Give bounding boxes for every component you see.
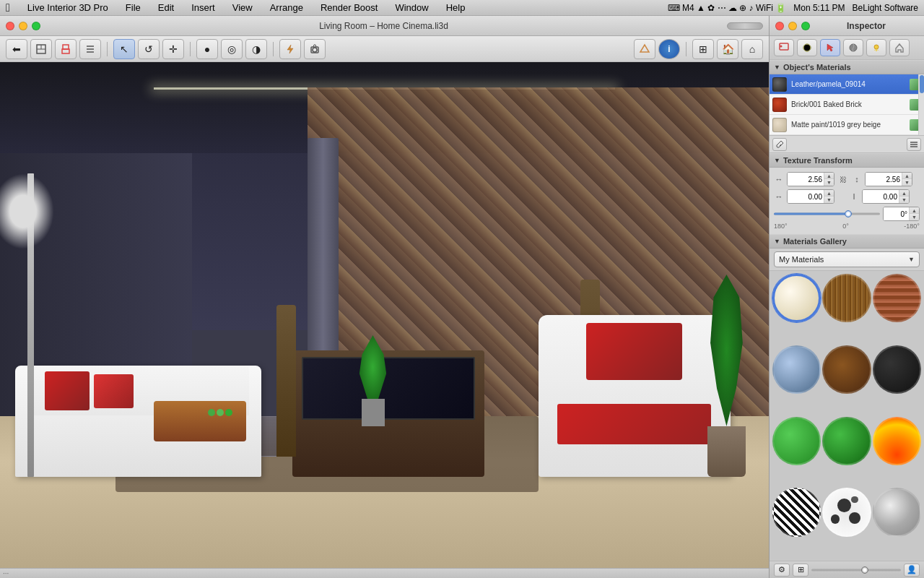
- close-button[interactable]: [6, 22, 14, 30]
- gallery-item-dark[interactable]: [873, 345, 921, 394]
- gallery-slider-thumb[interactable]: [861, 566, 868, 574]
- rotation-up[interactable]: ▲: [910, 207, 919, 214]
- gallery-item-brick[interactable]: [873, 274, 921, 322]
- offset-x-input[interactable]: [788, 190, 824, 203]
- list-button[interactable]: [79, 39, 101, 59]
- window-resize[interactable]: [727, 22, 763, 30]
- width-input-group: ▲ ▼: [787, 172, 834, 186]
- eyedropper-button[interactable]: [772, 138, 787, 151]
- sphere-tool[interactable]: ●: [196, 39, 218, 59]
- offset-y-down[interactable]: ▼: [899, 197, 909, 203]
- width-up[interactable]: ▲: [824, 173, 834, 179]
- gallery-item-wood2[interactable]: [822, 345, 871, 394]
- material-swatch-1: [772, 98, 787, 112]
- gallery-person-button[interactable]: 👤: [904, 564, 920, 577]
- gallery-settings-button[interactable]: ⚙: [774, 564, 790, 577]
- inspector-max[interactable]: [801, 22, 810, 30]
- inspector-titlebar: Inspector: [770, 16, 924, 36]
- 3d-view-button[interactable]: [634, 39, 655, 59]
- material-item-1[interactable]: Brick/001 Baked Brick: [770, 95, 924, 115]
- tab-light[interactable]: [866, 39, 886, 56]
- menu-app[interactable]: Live Interior 3D Pro: [25, 1, 111, 14]
- rotation-thumb[interactable]: [845, 210, 852, 217]
- gallery-dropdown-chevron: ▼: [908, 256, 915, 263]
- gallery-item-green2[interactable]: [822, 417, 871, 465]
- gallery-item-spots[interactable]: [822, 488, 871, 536]
- menu-edit[interactable]: Edit: [155, 1, 177, 14]
- gallery-item-cream[interactable]: [772, 274, 821, 322]
- minimize-button[interactable]: [19, 22, 27, 30]
- menu-insert[interactable]: Insert: [188, 1, 218, 14]
- height-up[interactable]: ▲: [902, 173, 912, 179]
- floorplan-button[interactable]: [30, 39, 52, 59]
- sep2: [190, 42, 191, 56]
- rotation-input[interactable]: [884, 207, 909, 220]
- apple-menu[interactable]: : [6, 1, 10, 14]
- scene-area[interactable]: [0, 62, 769, 568]
- offset-x-down[interactable]: ▼: [824, 197, 834, 203]
- tab-sphere[interactable]: [797, 39, 817, 56]
- height-down[interactable]: ▼: [902, 179, 912, 186]
- half-tool[interactable]: ◑: [245, 39, 267, 59]
- gallery-size-slider[interactable]: [811, 565, 901, 575]
- menu-arrange[interactable]: Arrange: [267, 1, 306, 14]
- donut-tool[interactable]: ◎: [221, 39, 243, 59]
- menu-window[interactable]: Window: [392, 1, 431, 14]
- house-button[interactable]: 🏠: [717, 39, 738, 59]
- tab-cursor[interactable]: [820, 39, 840, 56]
- info-button[interactable]: i: [658, 39, 680, 59]
- fruit1: [208, 409, 215, 416]
- material-name-0: Leather/pamela_09014: [791, 80, 905, 88]
- menu-file[interactable]: File: [123, 1, 144, 14]
- materials-scroll-thumb[interactable]: [920, 75, 924, 93]
- inspector-close[interactable]: [775, 22, 784, 30]
- rotation-down[interactable]: ▼: [910, 214, 919, 220]
- rotation-track: [774, 213, 880, 215]
- select-tool[interactable]: ↖: [113, 39, 135, 59]
- camera-button[interactable]: [304, 39, 326, 59]
- material-item-2[interactable]: Matte paint/1019 grey beige: [770, 115, 924, 135]
- gallery-item-metal[interactable]: [873, 488, 921, 536]
- rotation-max-label: -180°: [904, 223, 920, 230]
- lightning-button[interactable]: [279, 39, 301, 59]
- inspector-min[interactable]: [788, 22, 797, 30]
- home-button[interactable]: ⌂: [741, 39, 763, 59]
- link-icon[interactable]: ⛓: [837, 173, 849, 185]
- gallery-item-water[interactable]: [772, 345, 821, 394]
- menu-render[interactable]: Render Boost: [318, 1, 381, 14]
- tab-paintbrush[interactable]: [774, 39, 794, 56]
- menu-help[interactable]: Help: [443, 1, 468, 14]
- fruits: [208, 409, 232, 416]
- offset-y-stepper: ▲ ▼: [899, 190, 909, 203]
- width-down[interactable]: ▼: [824, 179, 834, 186]
- gallery-item-green[interactable]: [772, 417, 821, 465]
- maximize-button[interactable]: [32, 22, 40, 30]
- print-button[interactable]: [55, 39, 77, 59]
- inspector-traffic-lights: [775, 22, 810, 30]
- materials-scrollbar[interactable]: [918, 74, 924, 135]
- menu-view[interactable]: View: [230, 1, 256, 14]
- rotate-tool[interactable]: ↺: [138, 39, 160, 59]
- grid-button[interactable]: ⊞: [692, 39, 714, 59]
- tab-house[interactable]: [889, 39, 910, 56]
- back-button[interactable]: ⬅: [6, 39, 27, 59]
- offset-x-up[interactable]: ▲: [824, 190, 834, 197]
- move-tool[interactable]: ✛: [162, 39, 184, 59]
- gallery-item-wood1[interactable]: [822, 274, 871, 322]
- gallery-item-zebra[interactable]: [772, 488, 821, 536]
- material-item-0[interactable]: Leather/pamela_09014: [770, 74, 924, 95]
- width-input[interactable]: [788, 173, 824, 186]
- offset-y-up[interactable]: ▲: [899, 190, 909, 197]
- plant-pot: [707, 426, 745, 477]
- offset-y-input[interactable]: [863, 190, 899, 203]
- sep3: [273, 42, 274, 56]
- rotation-slider[interactable]: [774, 209, 880, 219]
- gallery-item-fire[interactable]: [873, 417, 921, 465]
- plant-leaves: [710, 275, 743, 426]
- height-input[interactable]: [866, 173, 902, 186]
- gallery-dropdown[interactable]: My Materials ▼: [774, 251, 920, 267]
- gallery-grid-button[interactable]: ⊞: [793, 564, 808, 577]
- materials-menu-button[interactable]: [907, 138, 921, 151]
- height-stepper: ▲ ▼: [902, 173, 912, 186]
- tab-texture[interactable]: [843, 39, 863, 56]
